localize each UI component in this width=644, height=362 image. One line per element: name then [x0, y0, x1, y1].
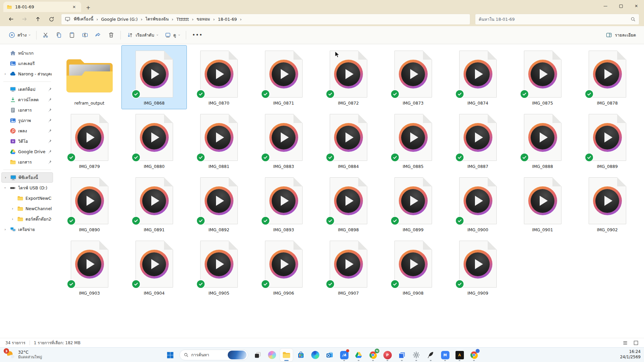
sidebar-item-downloads[interactable]: ดาวน์โหลด — [1, 95, 53, 105]
chevron-right-icon[interactable]: › — [170, 17, 175, 22]
paste-button[interactable] — [65, 29, 78, 42]
sidebar-item-desktop[interactable]: เดสก์ท็อป — [1, 84, 53, 95]
file-item[interactable]: IMG_0888 — [510, 109, 575, 172]
file-item[interactable]: IMG_0900 — [445, 172, 510, 236]
sidebar-item-network[interactable]: › เครือข่าย — [1, 224, 53, 235]
taskbar-app-feather-icon[interactable] — [424, 349, 437, 361]
breadcrumb-item[interactable]: 18-01-69 — [217, 16, 238, 23]
file-item[interactable]: IMG_0868 — [122, 46, 186, 109]
more-options-button[interactable]: ••• — [189, 29, 206, 42]
file-item[interactable]: IMG_0902 — [575, 172, 640, 236]
taskbar-app-chrome-2-icon[interactable] — [468, 349, 480, 361]
file-item[interactable]: IMG_0906 — [251, 236, 316, 299]
large-icons-view-toggle-icon[interactable] — [633, 340, 639, 346]
taskbar-app-blue-layers-icon[interactable] — [395, 349, 408, 361]
taskbar-app-copilot-icon[interactable] — [266, 349, 278, 361]
copy-button[interactable] — [52, 29, 65, 42]
view-button[interactable]: ดู › — [161, 29, 183, 42]
close-button[interactable]: ✕ — [629, 0, 644, 12]
file-item[interactable]: IMG_0872 — [316, 46, 381, 109]
new-button[interactable]: สร้าง › — [5, 29, 34, 42]
sidebar-item-folder-documents[interactable]: เอกสาร — [1, 157, 53, 167]
file-item[interactable]: IMG_0875 — [510, 46, 575, 109]
back-button[interactable] — [5, 14, 17, 24]
file-item[interactable]: IMG_0903 — [57, 236, 122, 299]
file-item[interactable]: IMG_0904 — [122, 236, 186, 299]
sidebar-item-this-pc[interactable]: › พีซีเครื่องนี้ — [1, 172, 53, 183]
sidebar-item-documents[interactable]: เอกสาร — [1, 105, 53, 115]
file-item[interactable]: IMG_0884 — [316, 109, 381, 172]
search-box[interactable] — [475, 14, 639, 25]
taskbar-app-settings-icon[interactable] — [410, 349, 423, 361]
chevron-down-icon[interactable]: › — [3, 186, 8, 190]
breadcrumb-item[interactable]: พีซีเครื่องนี้ — [72, 15, 95, 23]
file-item[interactable]: IMG_0892 — [186, 172, 251, 236]
sidebar-item-google-drive[interactable]: Google Drive (G:) — [1, 146, 53, 157]
file-item[interactable]: refram_output — [57, 46, 122, 109]
search-input[interactable] — [479, 17, 631, 22]
list-view-toggle-icon[interactable] — [623, 340, 628, 346]
taskbar-app-edge-icon[interactable] — [309, 349, 322, 361]
chevron-right-icon[interactable]: › — [3, 72, 8, 76]
cut-button[interactable] — [39, 29, 52, 42]
taskbar-search[interactable]: การค้นหา — [179, 350, 248, 360]
breadcrumb-item[interactable]: ไดรฟ์ของฉัน — [144, 15, 170, 23]
file-item[interactable]: IMG_0891 — [122, 172, 186, 236]
breadcrumb[interactable]: พีซีเครื่องนี้›Google Drive (G:)›ไดรฟ์ขอ… — [61, 14, 470, 25]
file-item[interactable]: IMG_0901 — [510, 172, 575, 236]
forward-button[interactable] — [18, 14, 31, 24]
search-icon[interactable] — [631, 17, 636, 22]
delete-button[interactable] — [105, 29, 118, 42]
sidebar-item-exportnewchanel[interactable]: ExportNewChanel — [1, 193, 53, 203]
refresh-button[interactable] — [45, 14, 58, 24]
sidebar-item-home[interactable]: หน้าแรก — [1, 48, 53, 58]
file-item[interactable]: IMG_0878 — [575, 46, 640, 109]
file-item[interactable]: IMG_0907 — [316, 236, 381, 299]
chevron-right-icon[interactable]: › — [139, 17, 144, 22]
taskbar-app-app-a-black-icon[interactable]: A — [453, 349, 466, 361]
maximize-button[interactable] — [613, 0, 629, 12]
sidebar-item-pictures[interactable]: รูปภาพ — [1, 115, 53, 126]
search-highlight-image[interactable] — [228, 351, 247, 359]
up-button[interactable] — [32, 14, 44, 24]
rename-button[interactable] — [78, 29, 92, 42]
chevron-right-icon[interactable]: › — [238, 17, 243, 22]
breadcrumb-item[interactable]: Google Drive (G:) — [100, 16, 139, 23]
breadcrumb-item[interactable]: ขอหอม — [195, 15, 211, 23]
file-item[interactable]: IMG_0899 — [381, 172, 445, 236]
sidebar-item-onedrive-narong[interactable]: › Narong - ส่วนบุคคล — [1, 69, 53, 79]
file-item[interactable]: IMG_0893 — [251, 172, 316, 236]
file-item[interactable]: IMG_0874 — [445, 46, 510, 109]
minimize-button[interactable]: — — [598, 0, 613, 12]
file-item[interactable]: IMG_0883 — [251, 109, 316, 172]
file-item[interactable]: IMG_0871 — [251, 46, 316, 109]
file-item[interactable]: IMG_0887 — [445, 109, 510, 172]
sidebar-item-gallery[interactable]: แกลเลอรี — [1, 58, 53, 69]
start-button[interactable] — [164, 349, 176, 361]
file-item[interactable]: IMG_0889 — [575, 109, 640, 172]
taskbar-app-microsoft-store-icon[interactable] — [294, 349, 307, 361]
sidebar-item-newchannel[interactable]: › NewChannel — [1, 203, 53, 214]
file-item[interactable]: IMG_0873 — [381, 46, 445, 109]
taskbar-app-outlook-icon[interactable] — [323, 349, 336, 361]
sidebar-item-videos[interactable]: วิดีโอ — [1, 136, 53, 146]
taskbar-app-app-m-icon[interactable]: M — [439, 349, 451, 361]
new-tab-button[interactable]: + — [83, 3, 93, 12]
taskbar-app-app-a-icon[interactable]: /A — [338, 349, 351, 361]
share-button[interactable] — [92, 29, 105, 42]
weather-widget[interactable]: 3 32°C มีแดดส่วนใหญ่ — [3, 349, 44, 360]
tab-close-icon[interactable]: ✕ — [70, 3, 78, 11]
taskbar-app-file-explorer-icon[interactable] — [280, 349, 293, 361]
file-item[interactable]: IMG_0870 — [186, 46, 251, 109]
sort-button[interactable]: เรียงลำดับ › — [123, 29, 161, 42]
chevron-right-icon[interactable]: › — [211, 17, 216, 22]
details-pane-toggle[interactable]: รายละเอียด — [603, 29, 639, 42]
chevron-right-icon[interactable]: › — [10, 206, 15, 211]
file-item[interactable]: IMG_0885 — [381, 109, 445, 172]
file-item[interactable]: IMG_0898 — [316, 172, 381, 236]
explorer-tab[interactable]: 18-01-69 ✕ — [3, 2, 81, 12]
file-item[interactable]: IMG_0905 — [186, 236, 251, 299]
taskbar-app-google-drive-icon[interactable] — [352, 349, 365, 361]
chevron-right-icon[interactable]: › — [190, 17, 195, 22]
chevron-right-icon[interactable]: › — [3, 175, 8, 180]
